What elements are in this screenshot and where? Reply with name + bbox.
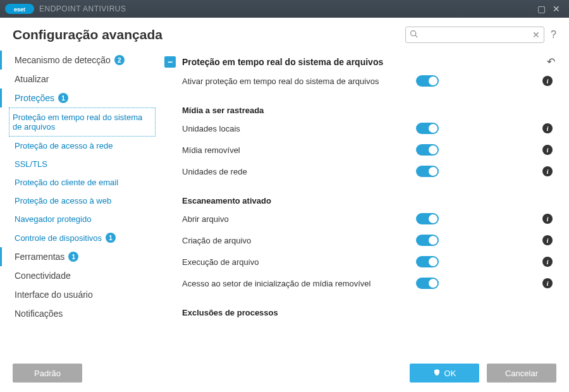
cancel-button[interactable]: Cancelar <box>487 364 556 383</box>
sidebar-item-detection-engine[interactable]: Mecanismo de detecção 2 <box>0 51 158 70</box>
section-header-main: − Proteção em tempo real do sistema de a… <box>164 47 555 70</box>
sidebar-item-email-client[interactable]: Proteção do cliente de email <box>0 173 158 192</box>
sidebar-item-label: Mecanismo de detecção <box>15 55 111 65</box>
setting-label: Unidades locais <box>182 124 416 133</box>
sidebar: Mecanismo de detecção 2 Atualizar Proteç… <box>0 47 158 355</box>
info-icon[interactable]: i <box>542 214 553 224</box>
setting-row-local-drives: Unidades locais i <box>164 118 555 139</box>
svg-line-3 <box>415 35 417 37</box>
subheading-scan-on: Escaneamento ativado <box>164 182 555 208</box>
sidebar-item-protections[interactable]: Proteções 1 <box>0 89 158 107</box>
collapse-icon[interactable]: − <box>164 56 176 68</box>
setting-row-file-exec: Execução de arquivo i <box>164 251 555 273</box>
toggle-enable-realtime[interactable] <box>416 75 439 87</box>
setting-label: Abrir arquivo <box>182 214 416 224</box>
section-title: Proteção em tempo real do sistema de arq… <box>182 57 541 67</box>
toggle-file-exec[interactable] <box>416 256 439 267</box>
sidebar-item-label: Interface do usuário <box>15 290 93 300</box>
sidebar-item-label: Proteção do cliente de email <box>15 178 118 187</box>
setting-label: Execução de arquivo <box>182 257 416 267</box>
sidebar-item-notifications[interactable]: Notificações <box>0 304 158 323</box>
button-label: Cancelar <box>505 369 538 378</box>
subheading-process-exclusions: Exclusões de processos <box>164 294 555 320</box>
setting-row-boot-sector: Acesso ao setor de inicialização de mídi… <box>164 273 555 294</box>
toggle-file-create[interactable] <box>416 235 439 246</box>
setting-row-network-drives: Unidades de rede i <box>164 161 555 182</box>
sidebar-item-label: Ferramentas <box>15 252 64 262</box>
info-icon[interactable]: i <box>542 123 553 133</box>
search-icon <box>410 30 418 40</box>
toggle-network-drives[interactable] <box>416 166 439 177</box>
sidebar-item-label: Navegador protegido <box>15 214 91 224</box>
setting-row-removable-media: Mídia removível i <box>164 139 555 161</box>
sidebar-item-label: Notificações <box>15 309 63 319</box>
window-close-icon[interactable]: ✕ <box>549 4 564 14</box>
search-box[interactable]: ✕ <box>405 27 544 43</box>
clear-search-icon[interactable]: ✕ <box>532 30 540 40</box>
ok-button[interactable]: OK <box>410 364 479 383</box>
sidebar-item-tools[interactable]: Ferramentas 1 <box>0 247 158 266</box>
sidebar-item-update[interactable]: Atualizar <box>0 70 158 89</box>
button-label: Padrão <box>34 369 61 378</box>
product-name: ENDPOINT ANTIVIRUS <box>39 4 126 13</box>
info-icon[interactable]: i <box>542 278 553 288</box>
setting-row-enable-realtime: Ativar proteção em tempo real do sistema… <box>164 70 555 92</box>
badge: 1 <box>106 233 116 243</box>
svg-point-2 <box>411 31 416 36</box>
toggle-boot-sector[interactable] <box>416 278 439 289</box>
sidebar-item-label: Proteção de acesso à rede <box>15 141 113 150</box>
info-icon[interactable]: i <box>542 145 553 155</box>
setting-label: Unidades de rede <box>182 167 416 176</box>
badge: 1 <box>68 252 78 262</box>
sidebar-item-secure-browser[interactable]: Navegador protegido <box>0 210 158 228</box>
search-input[interactable] <box>420 30 532 39</box>
toggle-file-open[interactable] <box>416 213 439 224</box>
badge: 2 <box>114 55 125 65</box>
default-button[interactable]: Padrão <box>13 364 82 383</box>
titlebar: eset ENDPOINT ANTIVIRUS ▢ ✕ <box>0 0 569 18</box>
sidebar-item-label: Proteção de acesso à web <box>15 196 111 205</box>
toggle-local-drives[interactable] <box>416 123 439 134</box>
window-maximize-icon[interactable]: ▢ <box>534 4 549 14</box>
sidebar-item-network-access[interactable]: Proteção de acesso à rede <box>0 137 158 155</box>
shield-icon <box>433 369 441 378</box>
sidebar-item-label: Proteção em tempo real do sistema de arq… <box>13 113 149 132</box>
sidebar-item-label: SSL/TLS <box>15 159 47 169</box>
revert-icon[interactable]: ↶ <box>547 56 555 68</box>
info-icon[interactable]: i <box>542 235 553 245</box>
header: Configuração avançada ✕ ? <box>0 18 569 47</box>
setting-label: Ativar proteção em tempo real do sistema… <box>182 77 416 86</box>
brand-logo: eset <box>5 4 34 14</box>
content: − Proteção em tempo real do sistema de a… <box>158 47 569 355</box>
setting-label: Criação de arquivo <box>182 236 416 245</box>
badge: 1 <box>58 93 68 103</box>
settings-panel: − Proteção em tempo real do sistema de a… <box>158 47 566 355</box>
setting-label: Acesso ao setor de inicialização de mídi… <box>182 279 416 288</box>
sidebar-item-realtime-fs[interactable]: Proteção em tempo real do sistema de arq… <box>9 107 156 137</box>
button-label: OK <box>444 369 456 378</box>
toggle-removable-media[interactable] <box>416 144 439 156</box>
sidebar-item-label: Proteções <box>15 93 54 103</box>
sidebar-item-connectivity[interactable]: Conectividade <box>0 266 158 285</box>
setting-row-file-open: Abrir arquivo i <box>164 208 555 230</box>
sidebar-item-label: Conectividade <box>15 271 71 281</box>
info-icon[interactable]: i <box>542 166 553 176</box>
setting-row-file-create: Criação de arquivo i <box>164 230 555 251</box>
subheading-media: Mídia a ser rastreada <box>164 92 555 118</box>
page-title: Configuração avançada <box>13 27 405 42</box>
sidebar-item-web-access[interactable]: Proteção de acesso à web <box>0 192 158 210</box>
help-button[interactable]: ? <box>551 29 556 40</box>
svg-text:eset: eset <box>14 6 25 13</box>
info-icon[interactable]: i <box>542 76 553 86</box>
sidebar-item-ssl-tls[interactable]: SSL/TLS <box>0 155 158 173</box>
sidebar-item-label: Controle de dispositivos <box>15 233 102 243</box>
sidebar-item-device-control[interactable]: Controle de dispositivos 1 <box>0 228 158 247</box>
sidebar-item-label: Atualizar <box>15 74 49 84</box>
info-icon[interactable]: i <box>542 257 553 267</box>
setting-label: Mídia removível <box>182 145 416 155</box>
sidebar-item-user-interface[interactable]: Interface do usuário <box>0 285 158 304</box>
footer: Padrão OK Cancelar <box>0 355 569 391</box>
